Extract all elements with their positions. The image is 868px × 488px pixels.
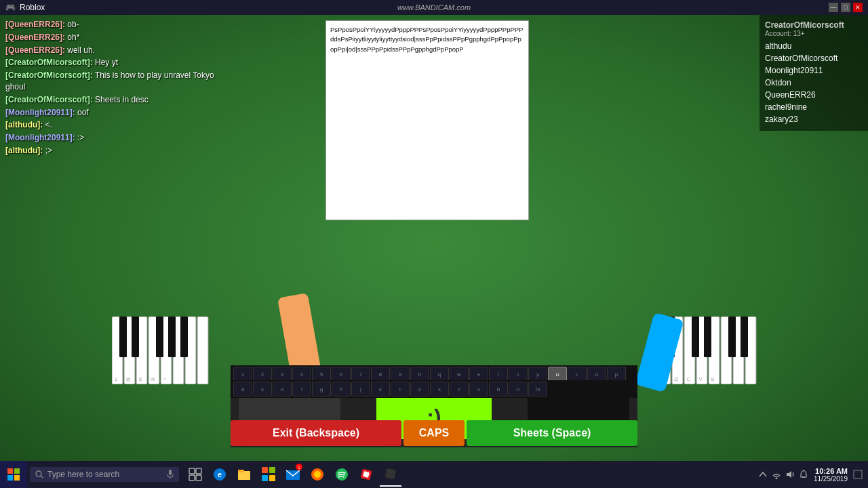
- key-spacer: [627, 367, 635, 382]
- search-bar[interactable]: Type here to search: [30, 467, 179, 482]
- key-k[interactable]: k: [371, 382, 390, 396]
- caps-button[interactable]: CAPS: [403, 420, 465, 446]
- svg-rect-7: [197, 317, 208, 384]
- title-bar: 🎮 Roblox www.BANDICAM.com — □ ✕: [0, 0, 868, 15]
- key-a[interactable]: a: [233, 382, 252, 396]
- taskbar-icons: e 1: [184, 462, 401, 487]
- svg-text:B: B: [711, 377, 715, 382]
- key-j[interactable]: j: [351, 382, 370, 396]
- svg-text:@: @: [125, 377, 130, 382]
- key-z[interactable]: z: [410, 382, 429, 396]
- key-c[interactable]: c: [450, 382, 469, 396]
- exit-button[interactable]: Exit (Backspace): [231, 420, 401, 446]
- mail-button[interactable]: 1: [282, 462, 304, 487]
- maximize-button[interactable]: □: [841, 3, 850, 12]
- svg-rect-53: [269, 467, 275, 473]
- clock-date: 11/25/2019: [814, 475, 848, 483]
- svg-text:Z|: Z|: [674, 377, 678, 382]
- sheet-content: PsPposPpoiYYiyyyyydPpppPPPsPposPpoiYYiyy…: [330, 25, 524, 54]
- key-v[interactable]: v: [469, 382, 488, 396]
- notification-icon: [799, 470, 808, 479]
- svg-rect-52: [262, 467, 268, 473]
- key-x[interactable]: x: [430, 382, 449, 396]
- chat-message-7: [Moonlight20911]: oof: [5, 107, 225, 119]
- chat-message-4: [CreatorOfMicorscoft]: Hey yt: [5, 57, 225, 68]
- roblox-active-button[interactable]: [380, 462, 401, 487]
- svg-rect-47: [196, 475, 201, 481]
- player-althudu: althudu: [765, 40, 863, 52]
- key-2[interactable]: 2: [253, 367, 272, 382]
- task-view-button[interactable]: [184, 462, 206, 487]
- key-9[interactable]: 9: [391, 367, 410, 382]
- key-b[interactable]: b: [489, 382, 508, 396]
- app-icon: 🎮: [5, 3, 16, 12]
- windows-logo-icon: [7, 468, 20, 481]
- key-g[interactable]: g: [312, 382, 331, 396]
- key-m[interactable]: m: [528, 382, 547, 396]
- key-d[interactable]: d: [273, 382, 292, 396]
- sheets-button[interactable]: Sheets (Space): [467, 420, 637, 446]
- firefox-button[interactable]: [307, 462, 328, 487]
- key-f[interactable]: f: [292, 382, 311, 396]
- key-p[interactable]: p: [607, 367, 626, 382]
- svg-point-58: [314, 471, 321, 478]
- key-t[interactable]: t: [509, 367, 528, 382]
- svg-rect-45: [196, 468, 201, 474]
- key-i[interactable]: i: [568, 367, 587, 382]
- key-1[interactable]: 1: [233, 367, 252, 382]
- svg-rect-29: [728, 317, 736, 357]
- key-4[interactable]: 4: [292, 367, 311, 382]
- chat-text-8: <.: [45, 120, 52, 129]
- key-5[interactable]: 5: [312, 367, 331, 382]
- svg-rect-54: [262, 475, 268, 481]
- taskbar: Type here to search e: [0, 461, 868, 488]
- close-button[interactable]: ✕: [853, 3, 863, 12]
- file-explorer-button[interactable]: [233, 462, 255, 487]
- chat-message-8: [althudu]: <.: [5, 119, 225, 131]
- key-0[interactable]: 0: [410, 367, 429, 382]
- key-7[interactable]: 7: [351, 367, 370, 382]
- chat-name-5: [CreatorOfMicorscoft]:: [5, 70, 93, 80]
- edge-browser-button[interactable]: e: [209, 462, 231, 487]
- minimize-button[interactable]: —: [829, 3, 838, 12]
- key-h[interactable]: h: [332, 382, 351, 396]
- wifi-icon: [772, 470, 781, 479]
- player-rachel: rachel9nine: [765, 101, 863, 113]
- roblox-icon: [359, 467, 374, 482]
- svg-rect-28: [704, 317, 711, 357]
- piano-keys-left-svg: 1 @ $ % ^: [112, 317, 210, 384]
- chat-panel: [QueenERR26]: ob- [QueenERR26]: oh* [Que…: [0, 15, 231, 162]
- chat-text-10: ;>: [45, 146, 52, 155]
- chat-name-7: [Moonlight20911]:: [5, 108, 75, 117]
- chat-message-5: [CreatorOfMicorscoft]: This is how to pl…: [5, 70, 225, 93]
- key-u[interactable]: u: [548, 367, 567, 382]
- roblox2-icon: [383, 466, 398, 481]
- watermark: www.BANDICAM.com: [397, 3, 471, 12]
- key-q[interactable]: q: [430, 367, 449, 382]
- piano-keys-left: 1 @ $ % ^: [112, 317, 210, 384]
- player-moon: Moonlight20911: [765, 64, 863, 77]
- key-l[interactable]: l: [391, 382, 410, 396]
- key-y[interactable]: y: [528, 367, 547, 382]
- key-o[interactable]: o: [587, 367, 606, 382]
- show-desktop-icon[interactable]: [853, 470, 863, 479]
- start-button[interactable]: [0, 461, 27, 488]
- window-controls: — □ ✕: [829, 3, 863, 12]
- store-button[interactable]: [258, 462, 279, 487]
- key-s[interactable]: s: [253, 382, 272, 396]
- key-n[interactable]: n: [509, 382, 528, 396]
- chevron-up-icon[interactable]: [758, 470, 768, 479]
- chat-text-3: well uh.: [67, 45, 95, 55]
- roblox-button[interactable]: [355, 462, 377, 487]
- piano-key-row-2: a s d f g h j k l z x c v b n m: [231, 380, 637, 398]
- key-3[interactable]: 3: [273, 367, 292, 382]
- key-6[interactable]: 6: [332, 367, 351, 382]
- key-w[interactable]: w: [450, 367, 469, 382]
- spotify-button[interactable]: [331, 462, 353, 487]
- chat-message-10: [althudu]: ;>: [5, 145, 225, 157]
- chat-text-2: oh*: [67, 33, 79, 42]
- key-8[interactable]: 8: [371, 367, 390, 382]
- key-r[interactable]: r: [489, 367, 508, 382]
- account-name: CreatorOfMicorscoft: [765, 20, 863, 30]
- key-e[interactable]: e: [469, 367, 488, 382]
